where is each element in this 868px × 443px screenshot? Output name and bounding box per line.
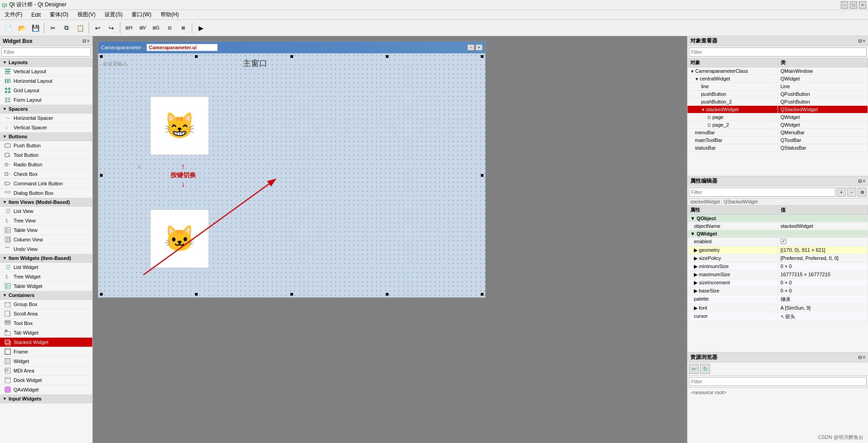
widget-vertical-layout[interactable]: Vertical Layout	[0, 67, 92, 76]
form-content[interactable]: 在这里输入 主窗口 ‹	[98, 53, 485, 297]
resource-browser-close-btn[interactable]: ×	[863, 355, 865, 360]
category-input-widgets[interactable]: ▼ Input Widgets	[0, 395, 92, 403]
close-button[interactable]: ×	[859, 1, 866, 9]
toolbar-new[interactable]: 📄	[2, 22, 14, 34]
prop-cursor-value[interactable]: ↖ 箭头	[778, 312, 868, 321]
inspector-row-root[interactable]: ▼CameraparameterClass QMainWindow	[688, 67, 868, 75]
toolbar-open[interactable]: 📂	[15, 22, 28, 34]
widget-tab-widget[interactable]: Tab Widget	[0, 328, 92, 338]
prop-config-btn[interactable]: ⚙	[858, 188, 867, 197]
prop-sizepolicy-value[interactable]: [Preferred, Preferred, 0, 0]	[778, 254, 868, 262]
prop-row-basesize[interactable]: ▶ baseSize 0 × 0	[688, 287, 868, 295]
widget-check-box[interactable]: Check Box	[0, 170, 92, 179]
prop-row-maximumsize[interactable]: ▶ maximumSize 16777215 × 16777215	[688, 271, 868, 279]
category-item-widgets[interactable]: ▼ Item Widgets (Item-Based)	[0, 254, 92, 263]
widget-list-view[interactable]: List View	[0, 207, 92, 216]
resource-filter-input[interactable]	[689, 377, 867, 386]
inspector-row-page[interactable]: 🗋page QWidget	[688, 113, 868, 121]
toolbar-break-layout[interactable]: ⊟	[163, 22, 176, 34]
widget-grid-layout[interactable]: Grid Layout	[0, 86, 92, 95]
prop-minimumsize-value[interactable]: 0 × 0	[778, 263, 868, 270]
form-close-btn[interactable]: ×	[475, 44, 483, 51]
object-inspector-filter-input[interactable]	[689, 47, 867, 57]
prop-palette-value[interactable]: 继承	[778, 295, 868, 304]
object-inspector-close-btn[interactable]: ×	[863, 38, 865, 43]
widget-box-filter-input[interactable]	[1, 47, 91, 57]
menu-window[interactable]: 窗口(W)	[129, 10, 154, 19]
toolbar-save[interactable]: 💾	[29, 22, 42, 34]
prop-row-sizepolicy[interactable]: ▶ sizePolicy [Preferred, Preferred, 0, 0…	[688, 254, 868, 263]
inspector-row-toolbar[interactable]: mainToolBar QToolBar	[688, 137, 868, 144]
prop-basesize-value[interactable]: 0 × 0	[778, 287, 868, 295]
property-editor-close-btn[interactable]: ×	[863, 179, 865, 184]
widget-undo-view[interactable]: Undo View	[0, 245, 92, 254]
category-containers[interactable]: ▼ Containers	[0, 291, 92, 300]
resource-edit-btn[interactable]: ✏	[689, 364, 699, 374]
widget-table-widget[interactable]: Table Widget	[0, 282, 92, 291]
prop-enabled-value[interactable]: ✓	[778, 238, 868, 246]
widget-radio-button[interactable]: Radio Button	[0, 160, 92, 170]
toolbar-paste[interactable]: 📋	[74, 22, 86, 34]
category-spacers[interactable]: ▼ Spacers	[0, 105, 92, 113]
menu-view[interactable]: 视图(V)	[75, 10, 98, 19]
widget-qaxwidget[interactable]: QAxWidget	[0, 385, 92, 395]
widget-tree-widget[interactable]: Tree Widget	[0, 272, 92, 282]
toolbar-layout-h[interactable]: ⊞H	[123, 22, 135, 34]
widget-tree-view[interactable]: Tree View	[0, 216, 92, 226]
prop-maximumsize-value[interactable]: 16777215 × 16777215	[778, 271, 868, 278]
widget-table-view[interactable]: Table View	[0, 226, 92, 235]
category-item-views[interactable]: ▼ Item Views (Model-Based)	[0, 198, 92, 207]
widget-dock-widget[interactable]: Dock Widget	[0, 376, 92, 385]
toolbar-layout-v[interactable]: ⊞V	[136, 22, 149, 34]
widget-widget[interactable]: Widget	[0, 357, 92, 366]
prop-sizeincrement-value[interactable]: 0 × 0	[778, 279, 868, 287]
widget-vertical-spacer[interactable]: ↕ Vertical Spacer	[0, 123, 92, 132]
prop-row-geometry[interactable]: ▶ geometry [(170, 0), 911 × 621]	[688, 246, 868, 254]
toolbar-redo[interactable]: ↪	[105, 22, 118, 34]
widget-form-layout[interactable]: Form Layout	[0, 95, 92, 105]
inspector-row-page2[interactable]: 🗋page_2 QWidget	[688, 121, 868, 129]
widget-box-close-btn[interactable]: ×	[87, 38, 90, 43]
toolbar-cut[interactable]: ✂	[47, 22, 59, 34]
inspector-row-statusbar[interactable]: statusBar QStatusBar	[688, 144, 868, 152]
property-editor-float-btn[interactable]: ⊟	[858, 179, 862, 184]
menu-file[interactable]: 文件(F)	[2, 10, 25, 19]
minimize-button[interactable]: −	[841, 1, 848, 9]
menu-help[interactable]: 帮助(H)	[158, 10, 182, 19]
widget-push-button[interactable]: Push Button	[0, 141, 92, 151]
widget-horizontal-layout[interactable]: Horizontal Layout	[0, 76, 92, 86]
toolbar-adjust[interactable]: ⊠	[177, 22, 190, 34]
widget-list-widget[interactable]: List Widget	[0, 263, 92, 272]
maximize-button[interactable]: □	[850, 1, 857, 9]
form-title-input[interactable]	[147, 44, 218, 51]
prop-row-palette[interactable]: palette 继承	[688, 295, 868, 304]
designer-canvas[interactable]: Cameraparameter - − × 在这里输入 主窗口	[93, 36, 687, 443]
prop-row-minimumsize[interactable]: ▶ minimumSize 0 × 0	[688, 263, 868, 271]
inspector-row-pushbutton[interactable]: pushButton QPushButton	[688, 90, 868, 98]
prop-row-sizeincrement[interactable]: ▶ sizeIncrement 0 × 0	[688, 279, 868, 287]
inspector-row-line[interactable]: line Line	[688, 83, 868, 90]
object-inspector-float-btn[interactable]: ⊟	[858, 38, 862, 43]
menu-settings[interactable]: 设置(S)	[102, 10, 125, 19]
toolbar-undo[interactable]: ↩	[91, 22, 104, 34]
inspector-row-pushbutton2[interactable]: pushButton_2 QPushButton	[688, 98, 868, 106]
widget-horizontal-spacer[interactable]: ↔ Horizontal Spacer	[0, 113, 92, 123]
toolbar-copy[interactable]: ⧉	[60, 22, 73, 34]
prop-font-value[interactable]: A [SimSun, 9]	[778, 304, 868, 312]
nav-arrow-left[interactable]: ‹	[138, 162, 141, 171]
menu-form[interactable]: 窗体(O)	[47, 10, 71, 19]
inspector-row-menubar[interactable]: menuBar QMenuBar	[688, 129, 868, 137]
prop-add-btn[interactable]: +	[837, 188, 846, 197]
prop-geometry-value[interactable]: [(170, 0), 911 × 621]	[778, 246, 868, 254]
widget-tool-box[interactable]: Tool Box	[0, 319, 92, 328]
widget-tool-button[interactable]: Tool Button	[0, 151, 92, 160]
toolbar-layout-g[interactable]: ⊞G	[150, 22, 162, 34]
prop-row-enabled[interactable]: enabled ✓	[688, 238, 868, 246]
widget-frame[interactable]: Frame	[0, 347, 92, 357]
prop-row-cursor[interactable]: cursor ↖ 箭头	[688, 312, 868, 321]
prop-filter-input[interactable]	[689, 188, 835, 197]
menu-edit[interactable]: Edit	[28, 11, 43, 19]
widget-scroll-area[interactable]: Scroll Area	[0, 309, 92, 319]
prop-enabled-checkbox[interactable]: ✓	[781, 239, 786, 244]
widget-dialog-button-box[interactable]: Dialog Button Box	[0, 189, 92, 198]
